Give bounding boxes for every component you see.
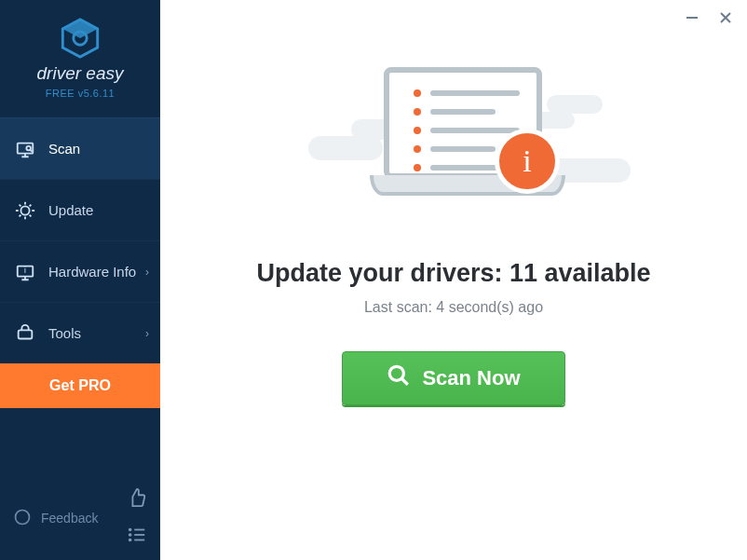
scan-now-button[interactable]: Scan Now: [342, 351, 565, 405]
sidebar-item-scan[interactable]: Scan: [0, 117, 160, 179]
svg-text:i: i: [24, 266, 26, 274]
feedback-icon: [13, 508, 32, 529]
logo-icon: [59, 17, 102, 60]
nav: Scan Update i Hardware: [0, 117, 160, 363]
minimize-button[interactable]: [684, 9, 700, 26]
laptop-graphic: i: [370, 67, 556, 199]
tools-icon: [15, 323, 35, 344]
headline: Update your drivers: 11 available: [256, 259, 650, 288]
sidebar-item-update[interactable]: Update: [0, 179, 160, 240]
svg-point-10: [129, 529, 131, 531]
sidebar-item-label: Tools: [48, 325, 81, 341]
brand-block: driver easy FREE v5.6.11: [0, 0, 160, 106]
get-pro-label: Get PRO: [49, 377, 111, 394]
info-badge-icon: i: [495, 129, 560, 194]
sidebar-item-label: Hardware Info: [48, 264, 136, 280]
get-pro-button[interactable]: Get PRO: [0, 363, 160, 408]
chevron-right-icon: ›: [145, 266, 149, 279]
sidebar-item-tools[interactable]: Tools ›: [0, 302, 160, 363]
svg-point-5: [20, 206, 29, 214]
sidebar-bottom: Feedback: [0, 478, 160, 560]
window-controls: [684, 9, 734, 26]
feedback-label: Feedback: [41, 511, 98, 526]
feedback-button[interactable]: Feedback: [13, 508, 98, 529]
svg-point-4: [26, 145, 31, 150]
close-button[interactable]: [717, 9, 734, 26]
thumbs-up-icon[interactable]: [127, 487, 147, 512]
scan-icon: [15, 139, 35, 159]
sidebar-item-label: Scan: [48, 141, 80, 157]
svg-point-11: [129, 534, 131, 536]
sidebar-item-hardware-info[interactable]: i Hardware Info ›: [0, 240, 160, 302]
update-icon: [15, 200, 35, 221]
scan-now-label: Scan Now: [422, 366, 520, 390]
svg-marker-1: [62, 20, 97, 38]
sidebar: driver easy FREE v5.6.11 Scan: [0, 0, 160, 560]
brand-version: FREE v5.6.11: [0, 88, 160, 99]
last-scan-text: Last scan: 4 second(s) ago: [364, 299, 543, 316]
hardware-info-icon: i: [15, 262, 35, 282]
illustration: i: [258, 58, 649, 244]
list-icon[interactable]: [127, 525, 147, 549]
app-window: driver easy FREE v5.6.11 Scan: [0, 0, 747, 560]
brand-name: driver easy: [0, 63, 160, 84]
search-icon: [387, 363, 411, 393]
svg-point-13: [390, 366, 404, 380]
main-panel: i Update your drivers: 11 available Last…: [160, 0, 747, 560]
sidebar-extra-icons: [127, 487, 147, 549]
sidebar-item-label: Update: [48, 202, 93, 218]
svg-rect-8: [19, 330, 33, 338]
svg-point-12: [129, 540, 131, 541]
chevron-right-icon: ›: [145, 327, 149, 340]
